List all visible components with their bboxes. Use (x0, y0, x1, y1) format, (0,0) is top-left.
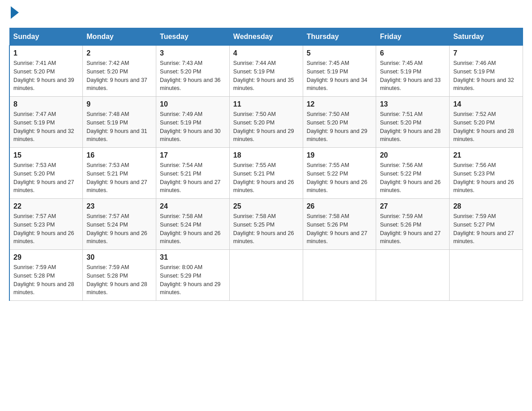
calendar-day-cell: 17 Sunrise: 7:54 AMSunset: 5:21 PMDaylig… (156, 148, 230, 199)
day-number: 30 (86, 253, 152, 261)
calendar-day-cell: 10 Sunrise: 7:49 AMSunset: 5:19 PMDaylig… (156, 97, 230, 148)
calendar-day-cell: 19 Sunrise: 7:55 AMSunset: 5:22 PMDaylig… (303, 148, 376, 199)
calendar-day-cell (229, 250, 303, 301)
calendar-header-friday: Friday (376, 28, 450, 46)
day-number: 7 (453, 49, 519, 57)
calendar-day-cell: 2 Sunrise: 7:42 AMSunset: 5:20 PMDayligh… (83, 46, 156, 97)
day-number: 26 (307, 202, 373, 210)
calendar-day-cell: 23 Sunrise: 7:57 AMSunset: 5:24 PMDaylig… (83, 199, 156, 250)
calendar-day-cell: 22 Sunrise: 7:57 AMSunset: 5:23 PMDaylig… (9, 199, 83, 250)
day-info: Sunrise: 7:53 AMSunset: 5:20 PMDaylight:… (13, 161, 79, 195)
day-info: Sunrise: 7:41 AMSunset: 5:20 PMDaylight:… (13, 59, 79, 93)
calendar-week-row: 1 Sunrise: 7:41 AMSunset: 5:20 PMDayligh… (9, 46, 523, 97)
day-info: Sunrise: 7:56 AMSunset: 5:22 PMDaylight:… (380, 161, 446, 195)
day-number: 10 (160, 100, 226, 108)
calendar-day-cell: 3 Sunrise: 7:43 AMSunset: 5:20 PMDayligh… (156, 46, 230, 97)
day-info: Sunrise: 7:53 AMSunset: 5:21 PMDaylight:… (86, 161, 152, 195)
page-header (9, 9, 523, 19)
day-number: 29 (13, 253, 79, 261)
day-info: Sunrise: 7:59 AMSunset: 5:28 PMDaylight:… (86, 263, 152, 297)
day-info: Sunrise: 7:56 AMSunset: 5:23 PMDaylight:… (453, 161, 519, 195)
day-number: 18 (233, 151, 299, 159)
day-info: Sunrise: 7:47 AMSunset: 5:19 PMDaylight:… (13, 110, 79, 144)
calendar-day-cell: 1 Sunrise: 7:41 AMSunset: 5:20 PMDayligh… (9, 46, 83, 97)
calendar-day-cell (303, 250, 376, 301)
day-number: 15 (13, 151, 79, 159)
day-number: 23 (86, 202, 152, 210)
calendar-day-cell: 31 Sunrise: 8:00 AMSunset: 5:29 PMDaylig… (156, 250, 230, 301)
calendar-week-row: 15 Sunrise: 7:53 AMSunset: 5:20 PMDaylig… (9, 148, 523, 199)
calendar-header-saturday: Saturday (450, 28, 523, 46)
day-info: Sunrise: 7:42 AMSunset: 5:20 PMDaylight:… (86, 59, 152, 93)
calendar-day-cell: 26 Sunrise: 7:58 AMSunset: 5:26 PMDaylig… (303, 199, 376, 250)
day-info: Sunrise: 7:59 AMSunset: 5:28 PMDaylight:… (13, 263, 79, 297)
calendar-day-cell: 13 Sunrise: 7:51 AMSunset: 5:20 PMDaylig… (376, 97, 450, 148)
calendar-day-cell: 14 Sunrise: 7:52 AMSunset: 5:20 PMDaylig… (450, 97, 523, 148)
calendar-day-cell: 18 Sunrise: 7:55 AMSunset: 5:21 PMDaylig… (229, 148, 303, 199)
logo-arrow-icon (11, 6, 19, 19)
day-info: Sunrise: 7:54 AMSunset: 5:21 PMDaylight:… (160, 161, 226, 195)
logo (9, 9, 19, 19)
day-info: Sunrise: 7:58 AMSunset: 5:24 PMDaylight:… (160, 212, 226, 246)
calendar-day-cell: 21 Sunrise: 7:56 AMSunset: 5:23 PMDaylig… (450, 148, 523, 199)
day-number: 5 (307, 49, 373, 57)
calendar-day-cell: 29 Sunrise: 7:59 AMSunset: 5:28 PMDaylig… (9, 250, 83, 301)
day-number: 22 (13, 202, 79, 210)
calendar-day-cell: 4 Sunrise: 7:44 AMSunset: 5:19 PMDayligh… (229, 46, 303, 97)
day-number: 9 (86, 100, 152, 108)
day-number: 1 (13, 49, 79, 57)
calendar-day-cell: 6 Sunrise: 7:45 AMSunset: 5:19 PMDayligh… (376, 46, 450, 97)
day-info: Sunrise: 7:55 AMSunset: 5:21 PMDaylight:… (233, 161, 299, 195)
day-info: Sunrise: 7:50 AMSunset: 5:20 PMDaylight:… (307, 110, 373, 144)
calendar-day-cell: 7 Sunrise: 7:46 AMSunset: 5:19 PMDayligh… (450, 46, 523, 97)
day-number: 28 (453, 202, 519, 210)
calendar-day-cell: 5 Sunrise: 7:45 AMSunset: 5:19 PMDayligh… (303, 46, 376, 97)
day-info: Sunrise: 7:57 AMSunset: 5:23 PMDaylight:… (13, 212, 79, 246)
day-number: 11 (233, 100, 299, 108)
day-number: 12 (307, 100, 373, 108)
calendar-day-cell (376, 250, 450, 301)
day-number: 14 (453, 100, 519, 108)
day-number: 24 (160, 202, 226, 210)
day-number: 4 (233, 49, 299, 57)
calendar-day-cell: 9 Sunrise: 7:48 AMSunset: 5:19 PMDayligh… (83, 97, 156, 148)
day-info: Sunrise: 7:44 AMSunset: 5:19 PMDaylight:… (233, 59, 299, 93)
calendar-day-cell: 20 Sunrise: 7:56 AMSunset: 5:22 PMDaylig… (376, 148, 450, 199)
day-number: 2 (86, 49, 152, 57)
day-info: Sunrise: 7:59 AMSunset: 5:27 PMDaylight:… (453, 212, 519, 246)
calendar-day-cell: 27 Sunrise: 7:59 AMSunset: 5:26 PMDaylig… (376, 199, 450, 250)
day-number: 19 (307, 151, 373, 159)
day-info: Sunrise: 7:58 AMSunset: 5:25 PMDaylight:… (233, 212, 299, 246)
day-info: Sunrise: 7:48 AMSunset: 5:19 PMDaylight:… (86, 110, 152, 144)
day-info: Sunrise: 7:55 AMSunset: 5:22 PMDaylight:… (307, 161, 373, 195)
calendar-day-cell: 28 Sunrise: 7:59 AMSunset: 5:27 PMDaylig… (450, 199, 523, 250)
calendar-day-cell (450, 250, 523, 301)
day-info: Sunrise: 7:46 AMSunset: 5:19 PMDaylight:… (453, 59, 519, 93)
calendar-day-cell: 24 Sunrise: 7:58 AMSunset: 5:24 PMDaylig… (156, 199, 230, 250)
day-number: 8 (13, 100, 79, 108)
calendar-day-cell: 25 Sunrise: 7:58 AMSunset: 5:25 PMDaylig… (229, 199, 303, 250)
calendar-week-row: 22 Sunrise: 7:57 AMSunset: 5:23 PMDaylig… (9, 199, 523, 250)
calendar-header-thursday: Thursday (303, 28, 376, 46)
calendar-week-row: 8 Sunrise: 7:47 AMSunset: 5:19 PMDayligh… (9, 97, 523, 148)
calendar-day-cell: 15 Sunrise: 7:53 AMSunset: 5:20 PMDaylig… (9, 148, 83, 199)
day-info: Sunrise: 7:57 AMSunset: 5:24 PMDaylight:… (86, 212, 152, 246)
day-number: 27 (380, 202, 446, 210)
calendar-header-row: SundayMondayTuesdayWednesdayThursdayFrid… (9, 28, 523, 46)
calendar-day-cell: 16 Sunrise: 7:53 AMSunset: 5:21 PMDaylig… (83, 148, 156, 199)
day-number: 6 (380, 49, 446, 57)
calendar-day-cell: 30 Sunrise: 7:59 AMSunset: 5:28 PMDaylig… (83, 250, 156, 301)
day-info: Sunrise: 7:43 AMSunset: 5:20 PMDaylight:… (160, 59, 226, 93)
calendar-header-wednesday: Wednesday (229, 28, 303, 46)
calendar-week-row: 29 Sunrise: 7:59 AMSunset: 5:28 PMDaylig… (9, 250, 523, 301)
day-info: Sunrise: 7:50 AMSunset: 5:20 PMDaylight:… (233, 110, 299, 144)
day-number: 16 (86, 151, 152, 159)
day-info: Sunrise: 7:49 AMSunset: 5:19 PMDaylight:… (160, 110, 226, 144)
calendar-day-cell: 12 Sunrise: 7:50 AMSunset: 5:20 PMDaylig… (303, 97, 376, 148)
calendar-day-cell: 8 Sunrise: 7:47 AMSunset: 5:19 PMDayligh… (9, 97, 83, 148)
day-number: 25 (233, 202, 299, 210)
calendar-header-tuesday: Tuesday (156, 28, 230, 46)
calendar-header-sunday: Sunday (9, 28, 83, 46)
day-info: Sunrise: 7:58 AMSunset: 5:26 PMDaylight:… (307, 212, 373, 246)
day-info: Sunrise: 8:00 AMSunset: 5:29 PMDaylight:… (160, 263, 226, 297)
